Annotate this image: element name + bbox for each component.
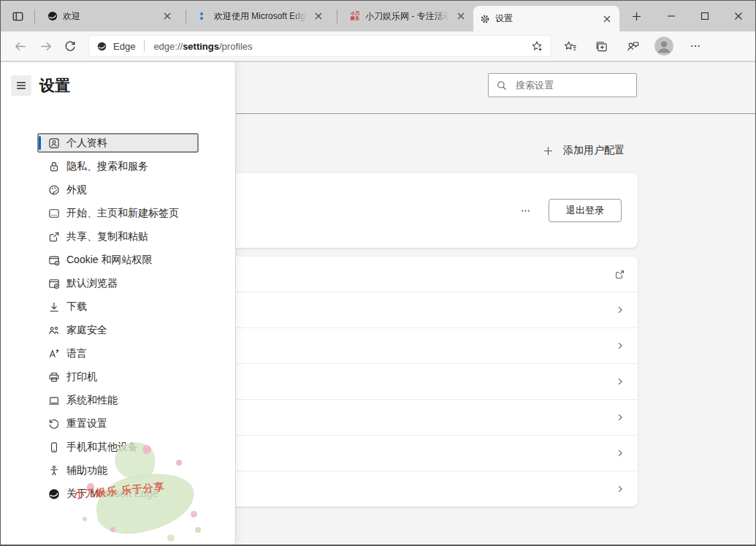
menu-toggle-button[interactable]: [11, 75, 31, 96]
tab-welcome[interactable]: 欢迎: [41, 1, 180, 31]
chevron-right-icon: [614, 483, 626, 495]
close-tab-icon[interactable]: [600, 12, 614, 26]
header-divider: [234, 113, 755, 114]
sidebar-item-default-browser[interactable]: 默认浏览器: [37, 273, 199, 293]
tab-actions-icon: [11, 10, 25, 23]
download-icon: [47, 300, 61, 314]
chevron-right-icon: [614, 376, 626, 387]
appearance-icon: [47, 183, 61, 197]
sidebar-item-printers[interactable]: 打印机: [37, 367, 199, 387]
site-permissions-icon: [47, 254, 61, 267]
browser-window: 欢迎 欢迎使用 Microsoft Edge 小刀娱乐 小刀娱乐网 - 专注活动: [0, 0, 756, 546]
chevron-right-icon: [614, 304, 626, 316]
sidebar-item-about-edge[interactable]: 关于 Microsoft Edge: [37, 484, 199, 504]
default-browser-icon: [47, 277, 61, 290]
chevron-right-icon: [614, 412, 626, 423]
address-bar[interactable]: Edge edge://settings/profiles: [88, 35, 551, 57]
tab-xiaodao[interactable]: 小刀娱乐 小刀娱乐网 - 专注活动: [343, 1, 473, 31]
tab-separator: [337, 10, 337, 23]
tab-title: 设置: [495, 12, 596, 25]
settings-page: 添加用户配置 退出登录: [1, 62, 755, 545]
toolbar-icons: [557, 34, 708, 58]
hamburger-icon: [15, 79, 28, 92]
sidebar-item-privacy[interactable]: 隐私、搜索和服务: [37, 156, 199, 176]
profile-icon: [47, 137, 61, 150]
lock-icon: [47, 160, 61, 173]
sidebar-header: 设置: [11, 75, 70, 96]
url-text: edge://settings/profiles: [153, 41, 252, 52]
sign-out-button[interactable]: 退出登录: [549, 199, 622, 222]
settings-search-input[interactable]: [514, 79, 629, 91]
sidebar-item-accessibility[interactable]: 辅助功能: [37, 460, 199, 480]
tab-separator: [186, 10, 186, 23]
more-menu-icon[interactable]: [683, 34, 708, 58]
sidebar-item-languages[interactable]: 语言: [37, 344, 199, 363]
sidebar-item-downloads[interactable]: 下载: [37, 297, 199, 316]
sidebar-item-profile[interactable]: 个人资料: [37, 133, 199, 153]
tab-actions-menu-button[interactable]: [7, 5, 28, 27]
sidebar-item-system-performance[interactable]: 系统和性能: [37, 390, 199, 410]
external-link-icon: [614, 268, 626, 281]
back-button[interactable]: [8, 34, 33, 58]
sidebar-item-share-copy-paste[interactable]: 共享、复制和粘贴: [37, 227, 199, 246]
tab-title: 小刀娱乐网 - 专注活动: [365, 10, 450, 23]
collections-icon[interactable]: [589, 34, 614, 58]
selected-accent-bar: [39, 136, 41, 150]
tab-title: 欢迎: [63, 10, 156, 23]
language-icon: [47, 347, 61, 360]
new-tab-button[interactable]: [625, 5, 647, 27]
edge-logo-icon: [96, 41, 107, 52]
sidebar-nav: 个人资料 隐私、搜索和服务 外观 开始、主页和新建标签页 共享、复制和粘贴: [37, 133, 199, 504]
share-icon: [47, 230, 61, 243]
start-home-icon: [47, 207, 61, 220]
maximize-button[interactable]: [688, 1, 722, 31]
xiaodao-favicon: 小刀娱乐: [349, 10, 361, 22]
profile-more-options-icon[interactable]: [517, 202, 534, 219]
settings-search-box[interactable]: [488, 73, 637, 97]
site-brand-label: Edge: [113, 41, 135, 52]
feedback-person-icon[interactable]: [620, 34, 645, 58]
gear-icon: [479, 13, 491, 25]
tab-title: 欢迎使用 Microsoft Edge: [214, 10, 308, 23]
edge-logo-icon: [47, 10, 58, 22]
sidebar-item-reset-settings[interactable]: 重置设置: [37, 414, 199, 433]
navigation-toolbar: Edge edge://settings/profiles: [1, 31, 755, 61]
accessibility-icon: [47, 464, 61, 477]
profile-avatar[interactable]: [652, 34, 676, 58]
window-controls: [654, 1, 755, 31]
minimize-button[interactable]: [654, 1, 688, 31]
sidebar-item-appearance[interactable]: 外观: [37, 180, 199, 200]
avatar-icon: [654, 37, 673, 56]
search-icon: [496, 80, 508, 91]
sidebar-item-phone-devices[interactable]: 手机和其他设备: [37, 437, 199, 457]
chevron-right-icon: [614, 447, 626, 459]
add-favorite-icon[interactable]: [530, 39, 543, 53]
tab-settings-active[interactable]: 设置: [473, 6, 619, 31]
forward-button[interactable]: [33, 34, 58, 58]
add-profile-label: 添加用户配置: [563, 144, 625, 157]
plus-icon: [630, 10, 643, 23]
family-icon: [47, 324, 61, 337]
sidebar-item-family-safety[interactable]: 家庭安全: [37, 320, 199, 340]
add-profile-button[interactable]: 添加用户配置: [542, 142, 625, 159]
close-tab-icon[interactable]: [312, 10, 325, 23]
sidebar-item-cookies-permissions[interactable]: Cookie 和网站权限: [37, 250, 199, 270]
reset-icon: [47, 417, 61, 431]
tab-welcome-edge[interactable]: 欢迎使用 Microsoft Edge: [192, 1, 331, 31]
edge-logo-icon: [47, 488, 61, 501]
favorites-icon[interactable]: [557, 34, 582, 58]
close-tab-icon[interactable]: [161, 10, 174, 23]
sidebar-item-start-home[interactable]: 开始、主页和新建标签页: [37, 203, 199, 223]
close-tab-icon[interactable]: [454, 10, 467, 23]
page-title: 设置: [39, 75, 70, 96]
plus-icon: [542, 145, 554, 157]
blue-dots-icon: [198, 10, 210, 22]
chevron-right-icon: [614, 340, 626, 352]
refresh-button[interactable]: [58, 34, 83, 58]
printer-icon: [47, 371, 61, 384]
tab-strip: 欢迎 欢迎使用 Microsoft Edge 小刀娱乐 小刀娱乐网 - 专注活动: [1, 1, 755, 31]
system-icon: [47, 394, 61, 407]
omnibox-separator: [144, 40, 145, 52]
phone-icon: [47, 441, 61, 454]
close-window-button[interactable]: [722, 1, 755, 31]
